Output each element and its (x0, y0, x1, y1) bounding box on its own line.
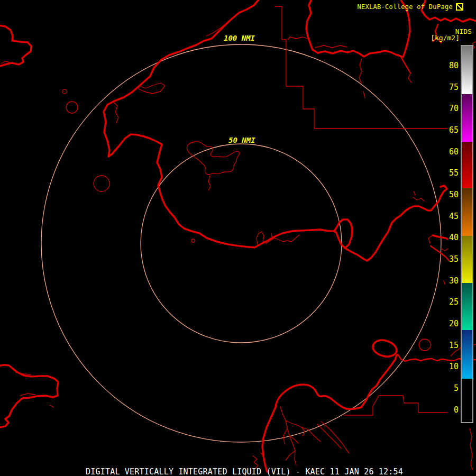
colorbar-tick: 30 (443, 276, 459, 286)
landmass-top-left (0, 25, 31, 67)
coastline-main (104, 0, 447, 261)
central-lagoon (187, 142, 239, 190)
colorbar-tick: 10 (443, 362, 459, 371)
legend-units: [kg/m2] (431, 34, 460, 42)
header-branding: NEXLAB-College of DuPage (357, 3, 453, 11)
range-ring-50nmi (141, 144, 342, 343)
colorbar-tick: 0 (443, 405, 459, 415)
river-delta (280, 407, 321, 465)
landmass-bottom-left-detail (16, 372, 53, 407)
colorbar (461, 45, 473, 423)
river-branch-north (400, 56, 410, 73)
colorbar-tick: 45 (443, 212, 459, 221)
colorbar-tick: 20 (443, 319, 459, 328)
colorbar-tick: 75 (443, 83, 459, 92)
radar-display: NEXLAB-College of DuPage NIDS [kg/m2] 80… (0, 0, 476, 476)
lake-loop-southeast (373, 340, 397, 356)
barrier-island-nw (113, 21, 229, 123)
colorbar-tick: 25 (443, 297, 459, 307)
shore-detail-bay (288, 37, 365, 98)
lake-ring-small (66, 102, 78, 113)
stream-bottom-right (470, 428, 472, 470)
colorbar-tick: 65 (443, 125, 459, 135)
river-pair-southeast (317, 422, 349, 453)
colorbar-tick: 35 (443, 254, 459, 264)
county-line-northeast (275, 6, 447, 129)
colorbar-tick: 40 (443, 233, 459, 242)
colorbar-tick: 5 (443, 383, 459, 393)
colorbar-tick: 50 (443, 190, 459, 199)
product-title: DIGITAL VERTICALLY INTEGRATED LIQUID (VI… (86, 467, 403, 476)
colorbar-tick: 60 (443, 147, 459, 157)
square-diagonal-icon (456, 3, 463, 11)
colorbar-tick: 80 (443, 61, 459, 70)
lake-ring-tiny (62, 89, 67, 94)
marsh-scribbles (253, 453, 263, 469)
lake-ring-west (94, 176, 109, 191)
river-branch-north-tail (408, 73, 411, 83)
lake-dot-center (191, 239, 195, 242)
colorbar-tick: 15 (443, 341, 459, 350)
lake-ring-southeast (419, 339, 431, 351)
range-ring-label-100nmi: 100 NMI (224, 34, 255, 42)
colorbar-tick: 55 (443, 168, 459, 178)
radar-map (0, 0, 476, 476)
range-ring-label-50nmi: 50 NMI (228, 136, 255, 144)
colorbar-tick: 70 (443, 104, 459, 113)
county-line-southeast (344, 396, 447, 415)
